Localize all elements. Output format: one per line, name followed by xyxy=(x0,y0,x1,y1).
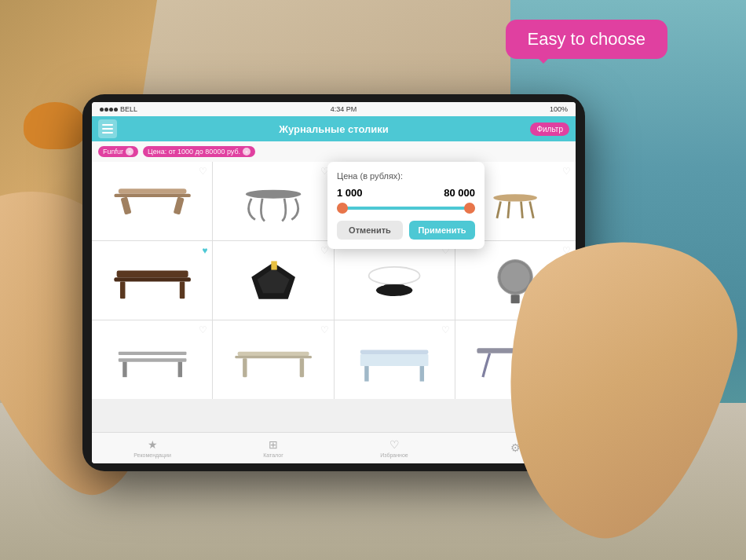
tab-favorites-label: Избранное xyxy=(380,452,408,458)
svg-point-21 xyxy=(369,266,420,284)
svg-line-13 xyxy=(521,201,523,218)
svg-rect-2 xyxy=(120,196,131,214)
product-image-5 xyxy=(101,255,203,306)
product-image-10 xyxy=(222,335,324,386)
product-cell-5[interactable]: ♥ xyxy=(92,241,212,320)
slider-thumb-min[interactable] xyxy=(337,203,348,214)
signal-dots xyxy=(100,108,118,112)
svg-rect-28 xyxy=(118,358,186,361)
svg-rect-34 xyxy=(299,358,303,377)
svg-rect-20 xyxy=(271,261,276,269)
svg-rect-32 xyxy=(235,356,312,358)
filter-tag-1-remove[interactable]: × xyxy=(126,148,133,156)
svg-rect-35 xyxy=(360,350,429,353)
product-image-1 xyxy=(101,176,203,227)
recommendations-icon: ★ xyxy=(148,438,158,451)
tab-catalog-label: Каталог xyxy=(263,452,283,458)
svg-rect-1 xyxy=(114,193,191,196)
svg-rect-16 xyxy=(119,281,125,298)
slider-fill xyxy=(337,207,475,210)
svg-point-23 xyxy=(376,284,412,296)
svg-line-11 xyxy=(530,201,534,218)
signal-dot-1 xyxy=(100,108,104,112)
price-slider-track[interactable] xyxy=(337,207,475,210)
product-image-6 xyxy=(222,255,324,306)
menu-line-3 xyxy=(102,132,113,134)
catalog-icon: ⊞ xyxy=(269,438,278,451)
cat-decoration xyxy=(24,102,86,149)
filter-tag-1[interactable]: Funfur × xyxy=(98,146,138,157)
menu-button[interactable] xyxy=(98,119,117,138)
menu-line-2 xyxy=(102,128,113,130)
signal-dot-4 xyxy=(114,108,118,112)
product-cell-6[interactable]: ♡ xyxy=(213,241,333,320)
product-cell-7[interactable]: ♡ xyxy=(335,241,455,320)
app-content: BELL 4:34 PM 100% Журнальные столики Фил… xyxy=(92,102,576,463)
svg-rect-27 xyxy=(118,351,186,354)
price-filter-popup: Цена (в рублях): 1 000 80 000 Отменить П… xyxy=(327,162,485,249)
favorite-icon-5[interactable]: ♥ xyxy=(202,245,207,256)
price-min: 1 000 xyxy=(337,187,363,199)
svg-rect-37 xyxy=(364,366,368,382)
favorite-icon-6[interactable]: ♡ xyxy=(320,245,329,256)
tab-favorites[interactable]: ♡ Избранное xyxy=(334,433,455,463)
filter-tag-2-remove[interactable]: × xyxy=(243,148,250,156)
filter-tag-2-label: Цена: от 1000 до 80000 руб. xyxy=(148,148,240,156)
tab-bar: ★ Рекомендации ⊞ Каталог ♡ Избранное ⚙ xyxy=(92,432,576,463)
favorite-icon-4[interactable]: ♡ xyxy=(562,166,571,177)
svg-rect-30 xyxy=(177,361,181,377)
favorite-icon-11[interactable]: ♡ xyxy=(441,324,450,335)
svg-rect-26 xyxy=(511,295,520,303)
cancel-button[interactable]: Отменить xyxy=(337,221,403,240)
product-cell-10[interactable]: ♡ xyxy=(213,320,333,399)
carrier-name: BELL xyxy=(120,105,137,113)
svg-rect-33 xyxy=(243,358,247,377)
nav-bar: Журнальные столики Фильтр xyxy=(92,116,576,141)
svg-point-25 xyxy=(501,262,530,291)
price-max: 80 000 xyxy=(444,187,475,199)
favorite-icon-9[interactable]: ♡ xyxy=(199,324,207,335)
product-cell-9[interactable]: ♡ xyxy=(92,320,212,399)
svg-line-12 xyxy=(508,201,510,218)
svg-rect-29 xyxy=(123,361,126,377)
tablet-device: BELL 4:34 PM 100% Журнальные столики Фил… xyxy=(82,94,585,471)
signal-dot-3 xyxy=(109,108,113,112)
svg-rect-38 xyxy=(420,366,424,382)
page-title: Журнальные столики xyxy=(279,123,389,135)
favorites-icon: ♡ xyxy=(389,438,400,451)
price-range-display: 1 000 80 000 xyxy=(337,187,475,199)
product-cell-1[interactable]: ♡ xyxy=(92,162,212,240)
svg-rect-36 xyxy=(360,353,429,365)
product-image-11 xyxy=(343,335,445,386)
callout-banner: Easy to choose xyxy=(506,20,667,59)
status-left: BELL xyxy=(100,105,137,113)
svg-line-10 xyxy=(497,201,501,218)
tab-recommendations[interactable]: ★ Рекомендации xyxy=(92,433,213,463)
product-image-2 xyxy=(222,176,324,227)
favorite-icon-10[interactable]: ♡ xyxy=(320,324,329,335)
filter-tags-bar: Funfur × Цена: от 1000 до 80000 руб. × xyxy=(92,141,576,162)
apply-button[interactable]: Применить xyxy=(409,221,475,240)
tab-recommendations-label: Рекомендации xyxy=(133,452,171,458)
menu-line-1 xyxy=(102,124,113,126)
tab-catalog[interactable]: ⊞ Каталог xyxy=(213,433,334,463)
product-image-7 xyxy=(343,255,445,306)
status-time: 4:34 PM xyxy=(331,105,357,113)
callout-text: Easy to choose xyxy=(506,20,667,59)
product-cell-11[interactable]: ♡ xyxy=(335,320,455,399)
filter-button[interactable]: Фильтр xyxy=(530,123,569,136)
product-cell-2[interactable]: ♡ xyxy=(213,162,333,240)
slider-thumb-max[interactable] xyxy=(464,203,475,214)
filter-tag-1-label: Funfur xyxy=(103,148,123,156)
svg-point-4 xyxy=(246,189,302,198)
favorite-icon-1[interactable]: ♡ xyxy=(199,166,207,177)
battery-level: 100% xyxy=(550,105,568,113)
product-image-9 xyxy=(101,335,203,386)
status-bar: BELL 4:34 PM 100% xyxy=(92,102,576,116)
svg-rect-14 xyxy=(116,270,188,277)
signal-dot-2 xyxy=(104,108,108,112)
filter-tag-2[interactable]: Цена: от 1000 до 80000 руб. × xyxy=(143,146,255,157)
svg-rect-0 xyxy=(118,188,186,194)
svg-rect-15 xyxy=(114,277,191,281)
svg-point-9 xyxy=(494,194,538,201)
